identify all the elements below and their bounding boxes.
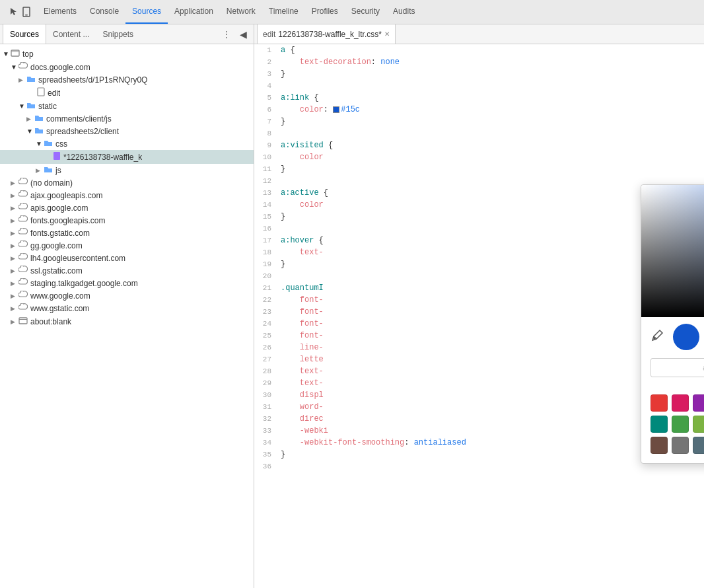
code-line: 33 -webki — [254, 425, 704, 437]
tab-application[interactable]: Application — [168, 0, 220, 24]
swatch[interactable] — [693, 437, 704, 454]
tab-console[interactable]: Console — [83, 0, 125, 24]
code-content: text-decoration: none — [278, 56, 704, 68]
tree-label: spreadsheets2/client — [46, 127, 119, 136]
tab-sources[interactable]: Sources — [125, 0, 168, 24]
tree-item-top[interactable]: ▼ top — [0, 47, 254, 61]
tree-item-static[interactable]: ▼ static — [0, 100, 254, 112]
tree-item-docs-google[interactable]: ▼ docs.google.com — [0, 61, 254, 73]
eyedropper-button[interactable] — [651, 329, 666, 345]
subtab-snippets[interactable]: Snippets — [96, 24, 140, 44]
folder-icon — [26, 75, 36, 85]
tree-label: staging.talkgadget.google.com — [30, 279, 138, 288]
arrow-icon: ▶ — [11, 305, 18, 312]
code-line: 34 -webkit-font-smoothing: antialiased — [254, 437, 704, 449]
hex-label: HEX — [651, 379, 704, 386]
swatch[interactable] — [672, 437, 689, 454]
tab-timeline[interactable]: Timeline — [262, 0, 305, 24]
arrow-icon: ▶ — [11, 230, 18, 237]
tree-label: edit — [48, 89, 60, 98]
code-line: 36 — [254, 460, 704, 472]
swatch[interactable] — [672, 394, 689, 412]
tree-item-spreadsheets[interactable]: ▶ spreadsheets/d/1P1sRNQry0Q — [0, 73, 254, 86]
color-swatches: ▲ ▼ — [641, 390, 704, 457]
code-line: 31 word- — [254, 401, 704, 413]
code-line: 30 displ — [254, 389, 704, 401]
line-number: 30 — [254, 389, 278, 401]
code-line: 24 font- — [254, 318, 704, 330]
cloud-icon — [18, 240, 28, 250]
tree-item-waffle-css[interactable]: ▶ *1226138738-waffle_k — [0, 150, 254, 164]
subtab-content[interactable]: Content ... — [46, 24, 96, 44]
tree-item-fonts-googleapis[interactable]: ▶ fonts.googleapis.com — [0, 214, 254, 227]
swatch-row-3 — [651, 437, 704, 454]
code-line: 16 — [254, 223, 704, 235]
code-line: 17a:hover { — [254, 235, 704, 246]
tree-item-comments[interactable]: ▶ comments/client/js — [0, 112, 254, 125]
line-number: 10 — [254, 151, 278, 163]
swatch[interactable] — [693, 416, 704, 433]
cloud-icon — [18, 62, 28, 72]
cloud-icon — [18, 253, 28, 263]
line-number: 27 — [254, 353, 278, 365]
editor-tab-name: edit — [263, 30, 275, 39]
arrow-icon: ▶ — [11, 318, 18, 325]
tree-item-edit[interactable]: ▶ edit — [0, 86, 254, 100]
folder-icon — [26, 101, 36, 111]
code-editor[interactable]: 1a { 2 text-decoration: none 3} 4 5a:lin… — [254, 44, 704, 588]
color-gradient[interactable] — [641, 185, 704, 317]
tree-item-about-blank[interactable]: ▶ about:blank — [0, 314, 254, 328]
code-content: } — [278, 68, 704, 80]
code-line: 14 color — [254, 199, 704, 211]
close-tab-button[interactable]: ✕ — [384, 30, 390, 38]
hex-input[interactable] — [651, 358, 704, 377]
tree-item-gg-google[interactable]: ▶ gg.google.com — [0, 239, 254, 252]
line-number: 15 — [254, 211, 278, 223]
tree-item-fonts-gstatic[interactable]: ▶ fonts.gstatic.com — [0, 227, 254, 239]
svg-point-6 — [654, 338, 656, 340]
tree-item-staging-talkgadget[interactable]: ▶ staging.talkgadget.google.com — [0, 277, 254, 289]
tree-item-css[interactable]: ▼ css — [0, 137, 254, 150]
line-number: 12 — [254, 175, 278, 187]
line-number: 23 — [254, 306, 278, 318]
swatch[interactable] — [651, 416, 668, 433]
tab-profiles[interactable]: Profiles — [305, 0, 345, 24]
folder-icon — [44, 165, 53, 175]
tree-item-js[interactable]: ▶ js — [0, 164, 254, 176]
tab-network[interactable]: Network — [220, 0, 262, 24]
tree-item-www-google[interactable]: ▶ www.google.com — [0, 289, 254, 302]
tree-item-ajax[interactable]: ▶ ajax.googleapis.com — [0, 189, 254, 202]
swatch[interactable] — [651, 437, 668, 454]
tree-item-ssl-gstatic[interactable]: ▶ ssl.gstatic.com — [0, 264, 254, 277]
navigate-back-button[interactable]: ◀ — [236, 29, 251, 40]
editor-tab[interactable]: edit 1226138738-waffle_k_ltr.css* ✕ — [257, 24, 396, 44]
cloud-icon — [18, 266, 28, 276]
tree-label: about:blank — [30, 317, 71, 326]
line-number: 25 — [254, 330, 278, 342]
arrow-icon: ▼ — [11, 63, 18, 71]
cursor-icon — [8, 7, 18, 17]
line-number: 28 — [254, 365, 278, 377]
subtab-sources[interactable]: Sources — [3, 24, 46, 44]
arrow-icon: ▶ — [11, 280, 18, 287]
tab-audits[interactable]: Audits — [386, 0, 421, 24]
code-line: 4 — [254, 80, 704, 92]
code-line: 35} — [254, 449, 704, 460]
tree-item-no-domain[interactable]: ▶ (no domain) — [0, 176, 254, 189]
code-content: color: #15c — [278, 104, 704, 116]
tree-item-lh4[interactable]: ▶ lh4.googleusercontent.com — [0, 252, 254, 264]
line-number: 36 — [254, 460, 278, 472]
tree-item-apis[interactable]: ▶ apis.google.com — [0, 202, 254, 214]
cloud-icon — [18, 303, 28, 313]
tree-label: docs.google.com — [30, 63, 90, 72]
picker-controls — [641, 317, 704, 354]
tab-elements[interactable]: Elements — [37, 0, 83, 24]
swatch[interactable] — [693, 394, 704, 412]
tab-security[interactable]: Security — [345, 0, 386, 24]
swatch[interactable] — [651, 394, 668, 412]
tree-item-www-gstatic[interactable]: ▶ www.gstatic.com — [0, 302, 254, 314]
subtab-more-button[interactable]: ⋮ — [217, 30, 236, 39]
tree-item-spreadsheets2[interactable]: ▼ spreadsheets2/client — [0, 125, 254, 137]
tree-label: spreadsheets/d/1P1sRNQry0Q — [38, 75, 147, 85]
swatch[interactable] — [672, 416, 689, 433]
